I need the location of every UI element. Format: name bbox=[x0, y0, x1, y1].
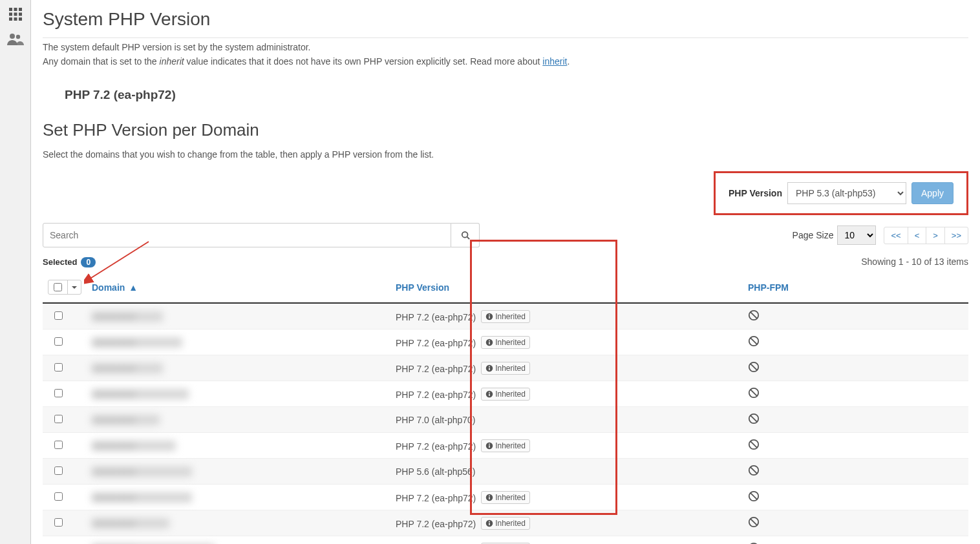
inherited-badge: Inherited bbox=[481, 491, 530, 504]
row-checkbox[interactable] bbox=[54, 363, 63, 371]
svg-point-37 bbox=[489, 443, 490, 445]
page-subtitle: The system default PHP version is set by… bbox=[43, 41, 968, 68]
fpm-cell bbox=[743, 536, 968, 544]
selected-count-badge: 0 bbox=[81, 257, 96, 267]
pager-last[interactable]: >> bbox=[944, 227, 968, 244]
table-row: ■■■■■■■■PHP 7.2 (ea-php72) Inherited bbox=[43, 330, 968, 355]
svg-point-25 bbox=[489, 366, 490, 367]
inherited-badge: Inherited bbox=[481, 439, 530, 452]
row-checkbox[interactable] bbox=[54, 311, 63, 320]
svg-point-49 bbox=[489, 521, 490, 522]
page-title: System PHP Version bbox=[43, 0, 968, 38]
pager-prev[interactable]: < bbox=[908, 227, 927, 244]
section-title: Set PHP Version per Domain bbox=[43, 120, 968, 140]
selected-label: Selected bbox=[43, 257, 77, 267]
ban-icon bbox=[748, 387, 760, 399]
domain-cell: ■■■■■■■■ bbox=[87, 355, 390, 381]
svg-rect-8 bbox=[19, 17, 22, 21]
version-cell: PHP 7.2 (ea-php72) Inherited bbox=[390, 510, 743, 536]
svg-rect-14 bbox=[489, 316, 490, 319]
info-icon bbox=[485, 442, 493, 450]
svg-point-44 bbox=[489, 495, 490, 496]
svg-line-22 bbox=[751, 338, 757, 344]
svg-rect-36 bbox=[489, 445, 490, 448]
fpm-cell bbox=[743, 485, 968, 510]
info-icon bbox=[485, 519, 493, 527]
domain-cell: ■■■■■■■■ bbox=[87, 459, 390, 485]
page-size-select[interactable]: 10 bbox=[837, 225, 876, 245]
sidebar bbox=[0, 0, 31, 544]
info-icon bbox=[485, 494, 493, 501]
svg-rect-4 bbox=[14, 13, 17, 16]
search-group bbox=[43, 223, 480, 247]
pager-first[interactable]: << bbox=[884, 227, 908, 244]
fpm-cell bbox=[743, 303, 968, 330]
info-icon bbox=[485, 364, 493, 372]
inherit-link[interactable]: inherit bbox=[542, 56, 567, 67]
ban-icon bbox=[748, 413, 760, 424]
version-cell: PHP 7.2 (ea-php72) Inherited bbox=[390, 485, 743, 510]
page-size-label: Page Size bbox=[793, 230, 834, 240]
domain-name-blurred: ■■■■■■■■ bbox=[92, 389, 189, 399]
apply-box-highlight: PHP Version PHP 5.3 (alt-php53) Apply bbox=[714, 171, 968, 215]
apps-icon[interactable] bbox=[5, 4, 26, 25]
select-dropdown-toggle[interactable] bbox=[67, 280, 81, 294]
svg-rect-24 bbox=[489, 368, 490, 370]
ban-icon bbox=[748, 465, 760, 476]
php-version-select[interactable]: PHP 5.3 (alt-php53) bbox=[787, 182, 906, 204]
svg-point-10 bbox=[16, 35, 19, 39]
pager-next[interactable]: > bbox=[926, 227, 945, 244]
select-all-checkbox[interactable] bbox=[54, 283, 62, 291]
default-php-version: PHP 7.2 (ea-php72) bbox=[65, 88, 968, 102]
row-checkbox[interactable] bbox=[54, 337, 63, 346]
svg-line-51 bbox=[751, 519, 757, 525]
col-version-header[interactable]: PHP Version bbox=[390, 272, 743, 303]
fpm-cell bbox=[743, 433, 968, 459]
domain-cell: ■■■■■■■■ bbox=[87, 433, 390, 459]
table-row: ■■■■■■■■PHP 7.2 (ea-php72) Inherited bbox=[43, 355, 968, 381]
inherited-badge: Inherited bbox=[481, 336, 530, 349]
row-checkbox[interactable] bbox=[54, 518, 63, 527]
apply-button[interactable]: Apply bbox=[911, 182, 953, 204]
col-fpm-header[interactable]: PHP-FPM bbox=[743, 272, 968, 303]
row-checkbox[interactable] bbox=[54, 466, 63, 475]
domain-name-blurred: ■■■■■■■■ bbox=[92, 518, 169, 528]
apply-row: PHP Version PHP 5.3 (alt-php53) Apply bbox=[43, 171, 968, 215]
table-row: ■■■■■■■■PHP 7.2 (ea-php72) Inherited bbox=[43, 303, 968, 330]
users-icon[interactable] bbox=[5, 28, 26, 49]
row-checkbox[interactable] bbox=[54, 492, 63, 501]
row-checkbox[interactable] bbox=[54, 415, 63, 423]
ban-icon bbox=[748, 439, 760, 450]
table-row: ■■■■■■■■PHP 5.6 (alt-php56) bbox=[43, 459, 968, 485]
inherited-badge: Inherited bbox=[481, 517, 530, 530]
domain-cell: ■■■■■■■■ bbox=[87, 303, 390, 330]
svg-point-30 bbox=[489, 392, 490, 393]
svg-rect-2 bbox=[19, 8, 22, 11]
svg-line-34 bbox=[751, 415, 757, 422]
row-checkbox[interactable] bbox=[54, 389, 63, 397]
col-domain-header[interactable]: Domain ▲ bbox=[87, 272, 390, 303]
search-row: Page Size 10 << < > >> bbox=[43, 223, 968, 247]
svg-rect-48 bbox=[489, 523, 490, 525]
fpm-cell bbox=[743, 330, 968, 355]
svg-line-46 bbox=[751, 493, 757, 499]
svg-line-41 bbox=[751, 467, 757, 474]
ban-icon bbox=[748, 335, 760, 347]
svg-point-9 bbox=[10, 34, 15, 39]
domain-cell: ■■■■■■■■ bbox=[87, 536, 390, 544]
svg-rect-3 bbox=[9, 13, 12, 16]
domain-name-blurred: ■■■■■■■■ bbox=[92, 466, 192, 477]
svg-line-27 bbox=[751, 364, 757, 370]
search-input[interactable] bbox=[43, 223, 451, 247]
status-row: Selected 0 Showing 1 - 10 of 13 items bbox=[43, 256, 968, 267]
row-checkbox[interactable] bbox=[54, 441, 63, 449]
version-cell: PHP 7.0 (alt-php70) bbox=[390, 407, 743, 433]
table-row: ■■■■■■■■PHP 7.2 (ea-php72) Inherited bbox=[43, 381, 968, 407]
fpm-cell bbox=[743, 355, 968, 381]
paging-area: Page Size 10 << < > >> bbox=[793, 225, 968, 245]
apply-label: PHP Version bbox=[729, 188, 782, 198]
version-cell: PHP 7.2 (ea-php72) Inherited bbox=[390, 381, 743, 407]
version-cell: PHP 5.6 (alt-php56) bbox=[390, 459, 743, 485]
domain-cell: ■■■■■■■■ bbox=[87, 510, 390, 536]
search-button[interactable] bbox=[451, 223, 480, 247]
